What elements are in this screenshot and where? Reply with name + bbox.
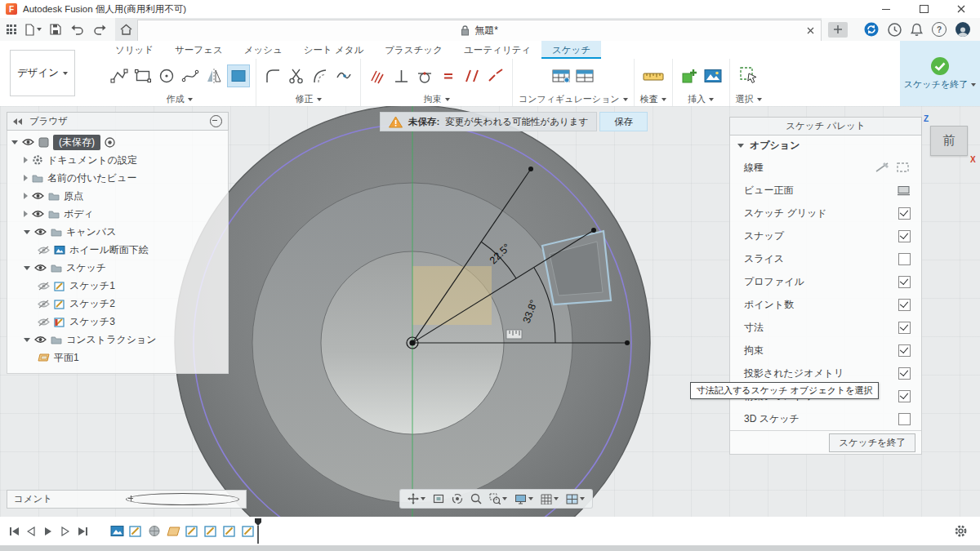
orbit-button[interactable] xyxy=(448,491,466,507)
zoom-button[interactable] xyxy=(467,491,485,507)
notifications-bell-icon[interactable] xyxy=(911,23,923,37)
rectangle-tool-button[interactable] xyxy=(132,65,154,87)
timeline-sketch-feature[interactable] xyxy=(128,524,143,539)
viewports-button[interactable] xyxy=(563,491,588,507)
comment-bar[interactable]: コメント xyxy=(7,490,247,509)
play-button[interactable] xyxy=(42,525,55,538)
document-tab[interactable]: 無題* xyxy=(137,20,822,42)
timeline-form-feature[interactable] xyxy=(147,524,162,539)
group-inspect-dropdown[interactable]: 検査 xyxy=(640,92,666,106)
polyline-tool-button[interactable] xyxy=(109,65,130,87)
rectangle-2point-tool-button[interactable] xyxy=(227,64,250,87)
trim-tool-button[interactable] xyxy=(286,65,307,87)
collapse-panel-icon[interactable] xyxy=(13,118,23,125)
grid-settings-button[interactable] xyxy=(537,491,562,507)
timeline-position-marker[interactable] xyxy=(254,518,262,544)
timeline-sketch-feature[interactable] xyxy=(203,524,218,539)
palette-options-section[interactable]: オプション xyxy=(730,136,921,156)
minimize-button[interactable] xyxy=(867,0,905,18)
save-button[interactable] xyxy=(44,20,66,39)
points-checkbox[interactable] xyxy=(898,299,911,311)
tab-solid[interactable]: ソリッド xyxy=(105,41,164,59)
group-select-dropdown[interactable]: 選択 xyxy=(736,92,762,106)
sketch-dimension-button[interactable] xyxy=(367,65,388,87)
tab-sheetmetal[interactable]: シート メタル xyxy=(293,41,375,59)
tree-item-sketch3[interactable]: スケッチ3 xyxy=(7,313,228,331)
zoom-window-button[interactable] xyxy=(486,491,510,507)
group-insert-dropdown[interactable]: 挿入 xyxy=(688,92,714,106)
curve-edit-tool-button[interactable] xyxy=(333,65,354,87)
workspace-selector[interactable]: デザイン xyxy=(10,50,75,96)
collapse-tree-icon[interactable] xyxy=(210,115,222,127)
tree-item-sketch1[interactable]: スケッチ1 xyxy=(7,277,228,295)
timeline-sketch-feature[interactable] xyxy=(222,524,237,539)
home-button[interactable] xyxy=(115,18,137,41)
viewport-canvas[interactable]: 22.5° 33.8° 未保存: 変更が失われる可能性があります 保存 ブラウザ xyxy=(0,106,980,517)
measure-tool-button[interactable] xyxy=(640,65,666,87)
equal-constraint-button[interactable] xyxy=(438,65,459,87)
constraints-checkbox[interactable] xyxy=(898,344,911,357)
redo-button[interactable] xyxy=(88,20,110,39)
collinear-constraint-button[interactable] xyxy=(485,65,506,87)
tree-item-canvas-wheel-section[interactable]: ホイール断面下絵 xyxy=(7,241,228,259)
select-tool-button[interactable] xyxy=(738,65,760,87)
active-document-radio-icon[interactable] xyxy=(105,137,115,148)
3d-sketch-checkbox[interactable] xyxy=(898,413,911,425)
timeline-plane-feature[interactable] xyxy=(166,524,180,539)
eye-visible-icon[interactable] xyxy=(34,264,47,272)
tree-item-construction[interactable]: コンストラクション xyxy=(7,331,228,349)
spline-tool-button[interactable] xyxy=(180,65,201,87)
tree-item-sketches[interactable]: スケッチ xyxy=(7,259,228,277)
tree-item-origin[interactable]: 原点 xyxy=(7,187,228,205)
fillet-tool-button[interactable] xyxy=(262,65,283,87)
tree-item-bodies[interactable]: ボディ xyxy=(7,205,228,223)
expander-closed-icon[interactable] xyxy=(24,175,28,181)
offset-tool-button[interactable] xyxy=(310,65,331,87)
eye-visible-icon[interactable] xyxy=(32,192,44,200)
snap-checkbox[interactable] xyxy=(898,230,911,242)
eye-hidden-icon[interactable] xyxy=(38,300,50,309)
pan-button[interactable] xyxy=(404,491,429,507)
expander-open-icon[interactable] xyxy=(24,230,30,234)
finish-sketch-button[interactable]: スケッチを終了 xyxy=(900,41,980,106)
perpendicular-constraint-button[interactable] xyxy=(390,65,412,87)
linetype-construction-icon[interactable] xyxy=(896,162,911,173)
expander-open-icon[interactable] xyxy=(11,140,18,144)
go-to-end-button[interactable] xyxy=(76,525,89,538)
tab-utilities[interactable]: ユーティリティ xyxy=(453,41,541,59)
tab-close-icon[interactable] xyxy=(807,27,814,34)
job-status-icon[interactable] xyxy=(864,22,879,37)
timeline-canvas-feature[interactable] xyxy=(109,524,124,539)
projected-geometry-checkbox[interactable] xyxy=(898,367,911,380)
file-menu-button[interactable] xyxy=(22,20,44,39)
group-configuration-dropdown[interactable]: コンフィギュレーション xyxy=(519,92,628,106)
tab-mesh[interactable]: メッシュ xyxy=(234,41,293,59)
configuration-settings-button[interactable] xyxy=(574,65,595,87)
eye-hidden-icon[interactable] xyxy=(38,318,50,327)
go-to-start-button[interactable] xyxy=(7,525,20,538)
tangent-constraint-button[interactable] xyxy=(414,65,435,87)
eye-visible-icon[interactable] xyxy=(22,138,34,146)
tab-surface[interactable]: サーフェス xyxy=(164,41,234,59)
undo-button[interactable] xyxy=(66,20,88,39)
tree-item-named-views[interactable]: 名前の付いたビュー xyxy=(7,169,228,187)
new-tab-button[interactable] xyxy=(828,22,848,38)
configure-table-button[interactable] xyxy=(550,65,572,87)
step-back-button[interactable] xyxy=(24,525,38,538)
circle-tool-button[interactable] xyxy=(156,65,177,87)
maximize-button[interactable] xyxy=(905,0,942,18)
insert-image-button[interactable] xyxy=(702,65,724,87)
eye-visible-icon[interactable] xyxy=(34,335,47,344)
user-avatar[interactable] xyxy=(956,22,970,37)
expander-closed-icon[interactable] xyxy=(24,211,28,217)
expander-open-icon[interactable] xyxy=(24,266,30,270)
activity-clock-icon[interactable] xyxy=(888,23,902,37)
tree-item-canvases[interactable]: キャンバス xyxy=(7,223,228,241)
close-button[interactable] xyxy=(942,0,980,18)
expander-open-icon[interactable] xyxy=(24,338,30,342)
eye-hidden-icon[interactable] xyxy=(38,246,50,255)
linetype-normal-icon[interactable] xyxy=(875,162,889,173)
timeline-sketch-feature[interactable] xyxy=(185,524,199,539)
tab-sketch[interactable]: スケッチ xyxy=(541,41,601,59)
fit-button[interactable] xyxy=(430,491,448,507)
